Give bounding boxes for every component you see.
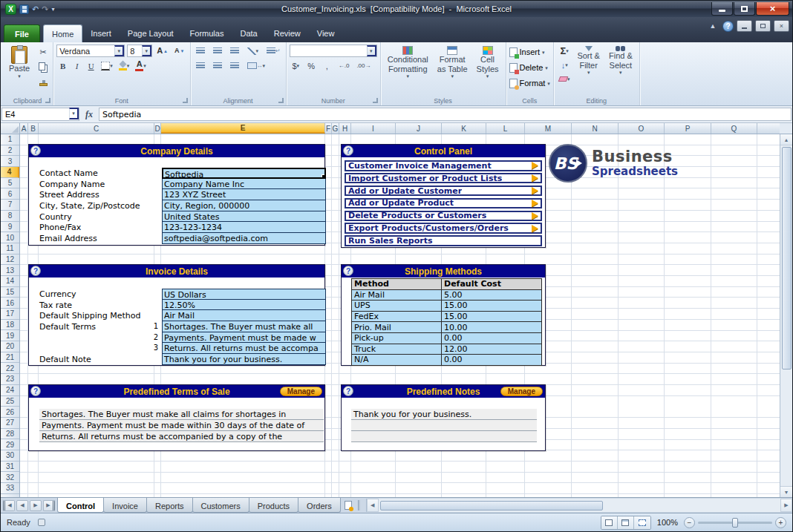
terms-line[interactable]: Returns. All returns must be accompanied… bbox=[39, 431, 324, 442]
orientation-button[interactable]: ▾ bbox=[245, 45, 261, 57]
vertical-scrollbar[interactable]: ▲ ▼ bbox=[780, 134, 792, 497]
column-header-E[interactable]: E bbox=[161, 123, 325, 134]
cost-cell[interactable]: 10.00 bbox=[441, 321, 542, 333]
workbook-minimize-button[interactable] bbox=[737, 20, 752, 32]
select-all-corner[interactable] bbox=[1, 123, 20, 134]
cost-cell[interactable]: 12.00 bbox=[441, 344, 542, 355]
dialog-launcher-icon[interactable] bbox=[183, 98, 188, 103]
help-icon[interactable]: ? bbox=[343, 386, 353, 396]
cells-area[interactable]: ? Company Details Contact Name Softpedia bbox=[20, 134, 780, 497]
method-cell[interactable]: N/A bbox=[351, 354, 442, 366]
align-middle-button[interactable] bbox=[211, 45, 224, 57]
row-header-19[interactable]: 19 bbox=[1, 330, 19, 341]
increase-decimal-button[interactable]: ←.0 bbox=[336, 59, 352, 72]
method-cell[interactable]: Pick-up bbox=[351, 332, 442, 344]
manage-terms-button[interactable]: Manage bbox=[280, 387, 322, 396]
row-header-2[interactable]: 2 bbox=[1, 145, 19, 157]
row-header-1[interactable]: 1 bbox=[1, 134, 19, 145]
column-header-C[interactable]: C bbox=[39, 123, 154, 134]
sheet-tab-products[interactable]: Products bbox=[249, 498, 298, 513]
accounting-format-button[interactable]: $▾ bbox=[290, 59, 302, 72]
fill-color-button[interactable]: ▾ bbox=[117, 59, 132, 72]
column-header-I[interactable]: I bbox=[351, 123, 396, 134]
font-color-button[interactable]: A▾ bbox=[133, 59, 149, 72]
format-painter-button[interactable] bbox=[36, 76, 50, 88]
help-icon[interactable]: ? bbox=[30, 386, 41, 396]
cost-cell[interactable]: 0.00 bbox=[441, 332, 542, 344]
row-header-32[interactable]: 32 bbox=[1, 472, 19, 483]
workbook-close-button[interactable]: × bbox=[774, 20, 789, 32]
percent-style-button[interactable]: % bbox=[305, 59, 318, 72]
field-value-cell[interactable]: Thank you for your business. bbox=[162, 353, 326, 365]
scroll-down-icon[interactable]: ▼ bbox=[780, 486, 792, 497]
next-sheet-icon[interactable]: ▶ bbox=[30, 500, 42, 511]
help-icon[interactable]: ? bbox=[722, 21, 734, 32]
method-cell[interactable]: Air Mail bbox=[351, 289, 442, 301]
column-header-B[interactable]: B bbox=[28, 123, 39, 134]
row-header-21[interactable]: 21 bbox=[1, 352, 19, 364]
row-header-24[interactable]: 24 bbox=[1, 385, 19, 396]
merge-center-button[interactable]: ↔▾ bbox=[245, 59, 268, 72]
dialog-launcher-icon[interactable] bbox=[45, 98, 50, 103]
column-header-M[interactable]: M bbox=[525, 123, 572, 134]
row-header-28[interactable]: 28 bbox=[1, 429, 19, 440]
tab-review[interactable]: Review bbox=[266, 24, 309, 42]
column-header-L[interactable]: L bbox=[486, 123, 525, 134]
control-button[interactable]: Run Sales Reports bbox=[345, 235, 542, 246]
note-line[interactable] bbox=[351, 431, 537, 442]
control-button[interactable]: Export Products/Customers/Orders bbox=[345, 223, 542, 234]
tab-page-layout[interactable]: Page Layout bbox=[120, 24, 182, 42]
insert-function-button[interactable]: fx bbox=[81, 109, 97, 120]
underline-button[interactable]: U bbox=[85, 59, 97, 72]
column-header-H[interactable]: H bbox=[339, 123, 351, 134]
row-header-13[interactable]: 13 bbox=[1, 265, 19, 276]
cost-cell[interactable]: 0.00 bbox=[441, 354, 542, 366]
row-header-6[interactable]: 6 bbox=[1, 188, 19, 200]
maximize-button[interactable] bbox=[734, 2, 755, 16]
format-as-table-button[interactable]: Formatas Table ▾ bbox=[434, 45, 471, 80]
copy-button[interactable] bbox=[36, 61, 50, 73]
column-header-K[interactable]: K bbox=[442, 123, 486, 134]
save-icon[interactable] bbox=[19, 4, 29, 14]
method-cell[interactable]: UPS bbox=[351, 300, 442, 312]
minimize-button[interactable] bbox=[711, 2, 733, 16]
formula-input[interactable]: Softpedia bbox=[99, 108, 792, 121]
excel-app-icon[interactable]: X bbox=[5, 4, 16, 15]
row-header-16[interactable]: 16 bbox=[1, 298, 19, 309]
page-layout-view-button[interactable] bbox=[618, 516, 634, 529]
sort-filter-button[interactable]: Sort &Filter ▾ bbox=[573, 45, 604, 76]
row-header-8[interactable]: 8 bbox=[1, 211, 19, 222]
field-value-cell[interactable]: Softpedia bbox=[162, 168, 326, 179]
customize-qat-icon[interactable]: ▾ bbox=[51, 6, 54, 13]
font-size-combo[interactable]: 8 ▾ bbox=[127, 45, 152, 57]
tab-data[interactable]: Data bbox=[232, 24, 265, 42]
method-cell[interactable]: Truck bbox=[351, 344, 442, 355]
row-header-15[interactable]: 15 bbox=[1, 287, 19, 298]
scroll-left-icon[interactable]: ◀ bbox=[367, 499, 379, 512]
sheet-tab-control[interactable]: Control bbox=[57, 498, 104, 513]
wrap-text-button[interactable]: ↵ bbox=[264, 45, 283, 57]
name-box[interactable]: E4 ▾ bbox=[1, 108, 79, 121]
dialog-launcher-icon[interactable] bbox=[278, 98, 284, 103]
sheet-tab-reports[interactable]: Reports bbox=[146, 498, 193, 513]
autosum-button[interactable]: Σ▾ bbox=[557, 45, 572, 57]
control-button[interactable]: Delete Products or Customers bbox=[345, 211, 542, 222]
terms-line[interactable]: Shortages. The Buyer must make all claim… bbox=[39, 409, 324, 420]
tab-file[interactable]: File bbox=[4, 24, 40, 42]
sheet-tab-orders[interactable]: Orders bbox=[298, 498, 341, 513]
column-header-F[interactable]: F bbox=[325, 123, 332, 134]
sheet-tab-customers[interactable]: Customers bbox=[192, 498, 249, 513]
control-button[interactable]: Add or Update Customer bbox=[345, 185, 542, 197]
redo-icon[interactable]: ↷ bbox=[42, 5, 48, 13]
column-header-O[interactable]: O bbox=[619, 123, 665, 134]
macro-record-button[interactable] bbox=[38, 519, 45, 526]
scroll-up-icon[interactable]: ▲ bbox=[780, 134, 792, 145]
row-header-30[interactable]: 30 bbox=[1, 450, 19, 462]
grow-font-button[interactable]: A▲ bbox=[154, 45, 170, 57]
page-break-view-button[interactable] bbox=[634, 516, 650, 529]
tab-formulas[interactable]: Formulas bbox=[182, 24, 232, 42]
find-select-button[interactable]: Find &Select ▾ bbox=[605, 45, 636, 76]
row-header-5[interactable]: 5 bbox=[1, 178, 19, 189]
fill-button[interactable]: ↓▾ bbox=[557, 59, 572, 71]
tab-split-handle[interactable] bbox=[358, 500, 363, 510]
